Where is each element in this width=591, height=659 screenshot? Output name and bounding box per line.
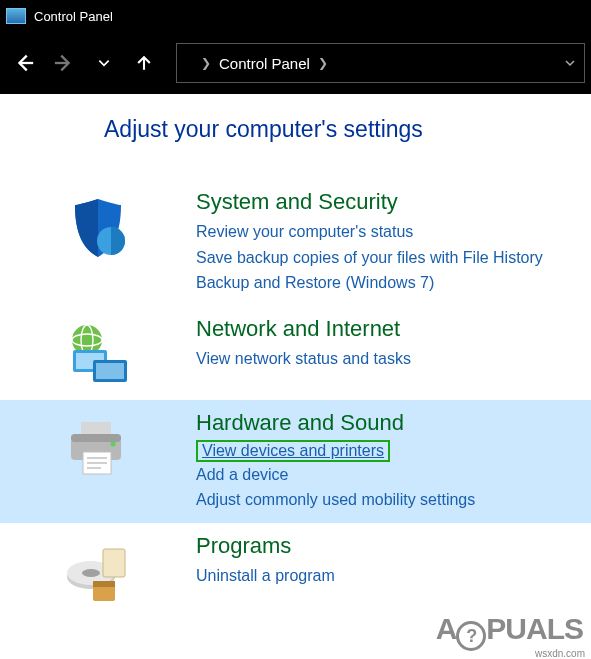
chevron-right-icon[interactable]: ❯ [201,56,211,70]
category-title[interactable]: Hardware and Sound [196,410,571,436]
category-title[interactable]: System and Security [196,189,571,215]
link-add-device[interactable]: Add a device [196,462,571,488]
link-uninstall-program[interactable]: Uninstall a program [196,563,571,589]
window-titlebar: Control Panel [0,0,591,32]
address-dropdown-button[interactable] [564,55,576,72]
link-file-history[interactable]: Save backup copies of your files with Fi… [196,245,571,271]
svg-rect-21 [93,581,115,587]
svg-point-18 [82,569,100,577]
content-area: Adjust your computer's settings System a… [0,94,591,617]
up-button[interactable] [126,45,162,81]
category-hardware-sound: Hardware and Sound View devices and prin… [0,400,591,523]
category-programs: Programs Uninstall a program [0,523,591,617]
forward-button[interactable] [46,45,82,81]
back-button[interactable] [6,45,42,81]
link-backup-restore[interactable]: Backup and Restore (Windows 7) [196,270,571,296]
breadcrumb-item[interactable]: Control Panel [219,55,310,72]
recent-locations-button[interactable] [86,45,122,81]
question-icon: ? [456,621,486,651]
source-label: wsxdn.com [535,648,585,659]
chevron-right-icon[interactable]: ❯ [318,56,328,70]
control-panel-icon [6,8,26,24]
shield-icon[interactable] [63,193,133,263]
icon-column [0,410,196,513]
link-network-status[interactable]: View network status and tasks [196,346,571,372]
printer-icon[interactable] [63,414,133,484]
watermark: A?PUALS [436,612,583,652]
svg-rect-10 [71,434,121,442]
category-title[interactable]: Network and Internet [196,316,571,342]
icon-column [0,316,196,390]
window-title: Control Panel [34,9,113,24]
navigation-bar: ❯ Control Panel ❯ [0,32,591,94]
svg-rect-19 [103,549,125,577]
programs-icon[interactable] [63,537,133,607]
category-network-internet: Network and Internet View network status… [0,306,591,400]
svg-rect-7 [96,363,124,379]
svg-rect-8 [81,422,111,436]
address-bar[interactable]: ❯ Control Panel ❯ [176,43,585,83]
category-title[interactable]: Programs [196,533,571,559]
network-icon[interactable] [63,320,133,390]
link-mobility-settings[interactable]: Adjust commonly used mobility settings [196,487,571,513]
link-view-devices-printers[interactable]: View devices and printers [196,440,390,462]
page-title: Adjust your computer's settings [104,116,591,143]
link-review-status[interactable]: Review your computer's status [196,219,571,245]
category-system-security: System and Security Review your computer… [0,179,591,306]
icon-column [0,189,196,296]
icon-column [0,533,196,607]
svg-point-11 [111,441,116,446]
